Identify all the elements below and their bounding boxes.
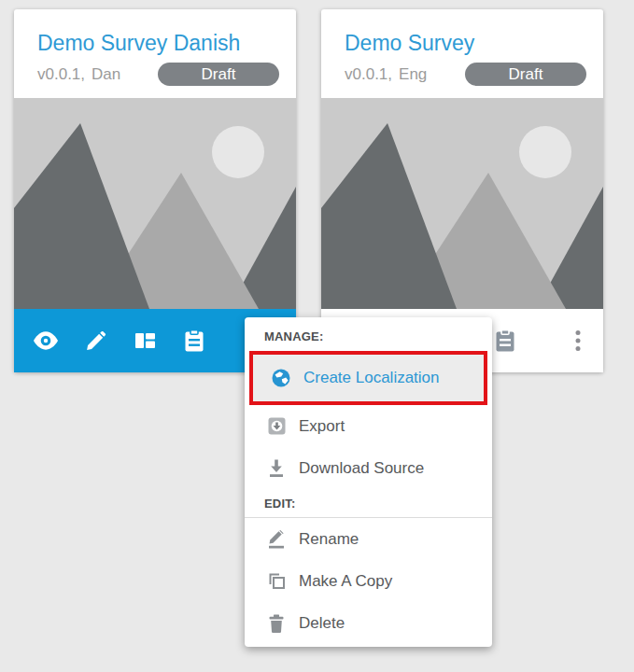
survey-title[interactable]: Demo Survey bbox=[345, 30, 586, 56]
globe-icon bbox=[272, 368, 290, 388]
menu-item-export[interactable]: Export bbox=[245, 405, 492, 447]
menu-item-label: Create Localization bbox=[303, 369, 440, 387]
export-icon bbox=[267, 416, 286, 437]
rename-pencil-icon bbox=[267, 529, 286, 550]
placeholder-mountains-image bbox=[14, 98, 296, 309]
layout-columns-icon[interactable] bbox=[133, 329, 157, 353]
menu-item-label: Rename bbox=[299, 530, 359, 549]
download-icon bbox=[267, 458, 286, 479]
menu-item-label: Download Source bbox=[299, 459, 424, 478]
survey-thumbnail-placeholder bbox=[321, 98, 603, 309]
menu-item-label: Delete bbox=[299, 614, 345, 633]
status-badge: Draft bbox=[158, 63, 279, 86]
menu-item-make-a-copy[interactable]: Make A Copy bbox=[245, 560, 492, 602]
survey-language: Eng bbox=[399, 65, 427, 84]
placeholder-mountains-image bbox=[321, 98, 603, 309]
survey-version: v0.0.1, bbox=[37, 65, 85, 84]
menu-section-edit: EDIT: bbox=[245, 489, 492, 517]
menu-item-download-source[interactable]: Download Source bbox=[245, 447, 492, 489]
edit-pencil-icon[interactable] bbox=[83, 329, 107, 353]
clipboard-icon[interactable] bbox=[493, 329, 517, 353]
card-meta-row: v0.0.1, Dan Draft bbox=[37, 63, 279, 86]
menu-item-rename[interactable]: Rename bbox=[245, 518, 492, 560]
card-context-menu: MANAGE: Create Localization Export bbox=[245, 317, 492, 647]
more-options-kebab-icon[interactable] bbox=[566, 329, 590, 353]
card-meta-row: v0.0.1, Eng Draft bbox=[345, 63, 586, 86]
status-badge: Draft bbox=[465, 63, 586, 86]
survey-thumbnail-placeholder bbox=[14, 98, 296, 309]
menu-item-label: Make A Copy bbox=[299, 572, 392, 591]
menu-item-create-localization[interactable]: Create Localization bbox=[249, 351, 487, 405]
menu-item-label: Export bbox=[299, 417, 345, 436]
menu-item-delete[interactable]: Delete bbox=[245, 602, 492, 644]
preview-eye-icon[interactable] bbox=[34, 329, 58, 353]
card-header: Demo Survey v0.0.1, Eng Draft bbox=[321, 9, 603, 98]
survey-title[interactable]: Demo Survey Danish bbox=[37, 30, 279, 56]
menu-section-manage: MANAGE: bbox=[245, 325, 492, 347]
trash-icon bbox=[267, 613, 286, 634]
survey-version: v0.0.1, bbox=[345, 65, 392, 84]
copy-icon bbox=[267, 571, 286, 592]
clipboard-icon[interactable] bbox=[182, 329, 206, 353]
survey-language: Dan bbox=[92, 65, 120, 84]
card-header: Demo Survey Danish v0.0.1, Dan Draft bbox=[14, 9, 296, 98]
